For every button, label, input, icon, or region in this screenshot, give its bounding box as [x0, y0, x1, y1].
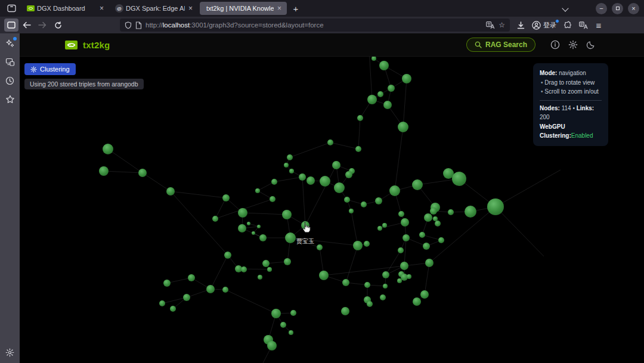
page-info-icon[interactable] — [135, 21, 142, 29]
clustering-button[interactable]: Clustering — [24, 63, 76, 75]
back-button[interactable] — [20, 18, 34, 32]
graph-node[interactable] — [430, 207, 437, 215]
graph-node[interactable] — [170, 306, 176, 312]
graph-node[interactable] — [401, 218, 409, 227]
translate-icon[interactable] — [486, 21, 495, 29]
graph-node[interactable] — [188, 274, 195, 281]
graph-node[interactable] — [388, 85, 395, 92]
graph-node[interactable] — [380, 294, 386, 300]
graph-node[interactable] — [99, 166, 109, 176]
tab-dgx-spark[interactable]: @ DGX Spark: Edge AI ▦ • C × — [111, 2, 198, 15]
graph-node[interactable] — [319, 271, 329, 280]
graph-node[interactable] — [238, 224, 246, 232]
graph-node[interactable] — [367, 95, 377, 104]
url-text[interactable]: http://localhost:3001/graph3d?source=sto… — [145, 21, 482, 29]
extensions-button[interactable] — [561, 18, 575, 32]
graph-node[interactable] — [259, 234, 267, 241]
graph-node[interactable] — [238, 208, 247, 218]
tab-dgx-dashboard[interactable]: DGX Dashboard × — [22, 2, 109, 15]
graph-node[interactable] — [383, 101, 392, 109]
graph-node[interactable] — [438, 237, 444, 243]
graph-node[interactable] — [398, 211, 404, 217]
graph-node[interactable] — [412, 179, 423, 190]
graph-node[interactable] — [258, 275, 262, 280]
graph-node[interactable] — [285, 232, 296, 243]
bookmarks-star-icon[interactable] — [5, 94, 16, 104]
sidebar-toggle-button[interactable] — [4, 18, 18, 32]
list-all-tabs-chevron-icon[interactable] — [562, 5, 568, 11]
graph-node[interactable] — [159, 300, 165, 306]
synced-tabs-icon[interactable] — [5, 57, 16, 67]
graph-node[interactable] — [287, 154, 293, 160]
graph-node[interactable] — [341, 307, 349, 315]
graph-node[interactable] — [487, 198, 504, 215]
graph-node[interactable] — [212, 216, 218, 222]
history-clock-icon[interactable] — [5, 75, 16, 86]
graph-node[interactable] — [353, 241, 363, 250]
graph-node[interactable] — [424, 213, 432, 222]
close-window-button[interactable]: × — [628, 3, 639, 14]
graph-node[interactable] — [332, 161, 340, 169]
graph-node[interactable] — [166, 187, 175, 196]
graph-node[interactable] — [364, 282, 370, 288]
graph-node[interactable] — [443, 168, 454, 179]
tab-txt2kg-active[interactable]: txt2kg | NVIDIA Knowledge C × — [200, 2, 287, 15]
graph-node[interactable] — [183, 294, 190, 301]
graph-node[interactable] — [255, 188, 260, 193]
graph-node[interactable] — [342, 279, 349, 286]
graph-node[interactable] — [138, 169, 147, 177]
graph-node[interactable] — [345, 171, 352, 178]
graph-node[interactable] — [257, 225, 261, 228]
graph-node[interactable] — [344, 197, 350, 203]
new-tab-button[interactable]: + — [289, 2, 303, 15]
bookmark-star-icon[interactable]: ☆ — [499, 21, 505, 29]
graph-node[interactable] — [222, 194, 230, 201]
graph-node[interactable] — [317, 244, 323, 250]
graph-node[interactable] — [289, 169, 294, 173]
graph-node[interactable] — [361, 201, 367, 207]
graph-node[interactable] — [357, 115, 363, 121]
graph-node[interactable] — [367, 301, 373, 307]
graph-node[interactable] — [423, 243, 430, 250]
graph-node[interactable] — [289, 330, 293, 335]
graph-node[interactable] — [262, 260, 270, 267]
ai-chatbot-icon[interactable] — [5, 38, 16, 49]
downloads-button[interactable] — [513, 18, 528, 32]
graph-node[interactable] — [402, 74, 411, 83]
graph-node[interactable] — [163, 280, 171, 287]
graph-node[interactable] — [284, 258, 291, 265]
tab-close-icon[interactable]: × — [187, 4, 194, 13]
graph-node[interactable] — [433, 216, 438, 221]
firefox-view-icon[interactable] — [4, 2, 19, 14]
graph-node[interactable] — [377, 91, 383, 97]
graph-node[interactable] — [400, 262, 408, 270]
graph-node[interactable] — [206, 285, 215, 293]
graph-node[interactable] — [327, 139, 333, 145]
tab-close-icon[interactable]: × — [276, 4, 283, 13]
graph-node[interactable] — [267, 267, 272, 272]
graph-node[interactable] — [398, 247, 404, 253]
graph-node[interactable] — [290, 310, 296, 316]
graph-node[interactable] — [320, 176, 330, 187]
graph-node[interactable] — [364, 241, 370, 247]
graph-node[interactable] — [379, 61, 389, 70]
tab-close-icon[interactable]: × — [98, 4, 105, 13]
graph-node[interactable] — [241, 266, 247, 272]
graph-node[interactable] — [252, 231, 255, 235]
graph-node[interactable] — [282, 210, 292, 219]
graph-node[interactable] — [465, 206, 476, 218]
graph-node[interactable] — [397, 278, 402, 283]
graph-node[interactable] — [425, 259, 434, 267]
graph-node[interactable] — [371, 57, 376, 61]
graph-node[interactable] — [247, 222, 250, 225]
graph-node[interactable] — [271, 309, 281, 318]
graph-node[interactable] — [355, 146, 361, 152]
graph-node[interactable] — [383, 284, 388, 288]
graph-node[interactable] — [270, 196, 275, 202]
graph-node[interactable] — [267, 341, 277, 350]
graph-node[interactable] — [222, 287, 228, 293]
graph-node[interactable] — [103, 144, 113, 154]
graph-node[interactable] — [452, 172, 466, 186]
url-bar[interactable]: http://localhost:3001/graph3d?source=sto… — [120, 18, 510, 32]
info-button[interactable] — [546, 38, 564, 52]
